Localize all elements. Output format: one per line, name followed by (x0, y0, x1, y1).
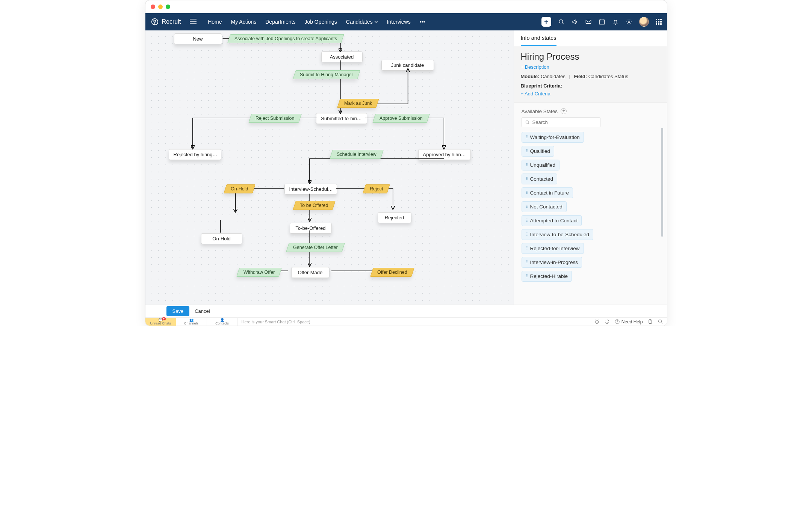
state-chip[interactable]: ⠿Waiting-for-Evaluation (522, 132, 584, 143)
nav-interviews[interactable]: Interviews (387, 19, 411, 25)
side-tabs: Info and states (514, 30, 667, 46)
transition-withdraw[interactable]: Withdraw Offer (236, 268, 282, 277)
nav-candidates[interactable]: Candidates (346, 19, 378, 25)
available-states-label: Available States (522, 109, 558, 114)
svg-rect-4 (599, 20, 605, 24)
state-chip[interactable]: ⠿Contact in Future (522, 187, 573, 198)
grip-icon: ⠿ (526, 246, 528, 251)
smart-chat-hint[interactable]: Here is your Smart Chat (Ctrl+Space) (238, 320, 594, 324)
alarm-icon[interactable] (594, 319, 600, 324)
side-panel: Info and states Hiring Process + Descrip… (514, 30, 667, 305)
svg-rect-3 (586, 20, 591, 24)
top-nav: Recruit Home My Actions Departments Job … (145, 13, 667, 30)
app-grid-icon[interactable] (656, 19, 662, 25)
transition-mark-junk[interactable]: Mark as Junk (337, 99, 379, 108)
window-titlebar (145, 0, 667, 13)
nav-job-openings[interactable]: Job Openings (304, 19, 337, 25)
brand-name: Recruit (162, 18, 181, 25)
help-icon (614, 319, 620, 324)
bb-unread-chats[interactable]: 💬 ● Unread Chats (145, 318, 176, 326)
grip-icon: ⠿ (526, 149, 528, 154)
grip-icon: ⠿ (526, 218, 528, 223)
add-state-button[interactable]: + (561, 108, 567, 114)
clipboard-icon[interactable] (647, 319, 653, 324)
transition-reject-sub[interactable]: Reject Submission (248, 114, 301, 123)
grip-icon: ⠿ (526, 163, 528, 167)
calendar-icon[interactable] (599, 18, 605, 25)
add-button[interactable]: + (541, 17, 551, 27)
field-label: Field: (574, 74, 587, 79)
cancel-button[interactable]: Cancel (195, 308, 210, 314)
hamburger-menu-icon[interactable] (190, 19, 197, 25)
window-close-dot[interactable] (151, 5, 155, 9)
bottom-bar: 💬 ● Unread Chats 👥 Channels 👤 Contacts H… (145, 317, 667, 326)
transition-declined[interactable]: Offer Declined (370, 268, 414, 277)
nav-home[interactable]: Home (208, 19, 222, 25)
transition-onhold[interactable]: On-Hold (224, 184, 255, 193)
search-icon[interactable] (558, 18, 565, 25)
add-description-link[interactable]: + Description (521, 64, 660, 70)
transition-gen-offer[interactable]: Generate Offer Letter (286, 243, 345, 252)
save-button[interactable]: Save (166, 306, 190, 316)
svg-point-5 (628, 21, 630, 23)
module-value: Candidates (541, 74, 566, 79)
bb-contacts[interactable]: 👤 Contacts (207, 318, 238, 326)
nav-icons: + (541, 17, 662, 27)
grip-icon: ⠿ (526, 135, 528, 140)
grip-icon: ⠿ (526, 274, 528, 279)
svg-point-6 (526, 121, 528, 123)
bell-icon[interactable] (612, 18, 619, 25)
grip-icon: ⠿ (526, 177, 528, 181)
gear-icon[interactable] (626, 18, 632, 25)
announce-icon[interactable] (572, 18, 578, 25)
scrollbar[interactable] (661, 128, 663, 237)
transition-reject[interactable]: Reject (363, 184, 390, 193)
add-criteria-link[interactable]: + Add Criteria (521, 91, 660, 97)
grip-icon: ⠿ (526, 260, 528, 265)
mail-icon[interactable] (585, 18, 592, 25)
brand-logo-icon (151, 18, 159, 26)
nav-departments[interactable]: Departments (265, 19, 295, 25)
state-chip[interactable]: ⠿Interview-to-be-Scheduled (522, 229, 594, 240)
search-icon (525, 120, 530, 125)
field-value: Candidates Status (588, 74, 628, 79)
window-minimize-dot[interactable] (158, 5, 163, 9)
search-icon[interactable] (658, 319, 663, 324)
transition-associate[interactable]: Associate with Job Openings to create Ap… (227, 34, 344, 43)
state-chip[interactable]: ⠿Attempted to Contact (522, 215, 582, 226)
need-help-button[interactable]: Need Help (614, 319, 643, 324)
nav-candidates-label: Candidates (346, 19, 373, 25)
state-chip[interactable]: ⠿Rejected-Hirable (522, 271, 572, 282)
state-chip[interactable]: ⠿Not Contacted (522, 201, 567, 212)
transition-schedule-int[interactable]: Schedule Interview (330, 150, 383, 159)
state-chip[interactable]: ⠿Unqualified (522, 160, 560, 171)
state-chip[interactable]: ⠿Qualified (522, 146, 554, 157)
available-states-list: ⠿Waiting-for-Evaluation ⠿Qualified ⠿Unqu… (522, 132, 662, 285)
chevron-down-icon (374, 20, 378, 24)
nav-more[interactable]: ••• (420, 19, 425, 25)
tab-info-states[interactable]: Info and states (521, 35, 556, 46)
grip-icon: ⠿ (526, 190, 528, 195)
state-search[interactable] (522, 117, 600, 127)
state-search-input[interactable] (532, 119, 597, 125)
window-zoom-dot[interactable] (166, 5, 170, 9)
module-label: Module: (521, 74, 540, 79)
transition-to-be-offered[interactable]: To be Offered (293, 201, 335, 210)
state-chip[interactable]: ⠿Interview-in-Progress (522, 257, 582, 268)
state-chip[interactable]: ⠿Rejected-for-Interview (522, 243, 584, 254)
blueprint-canvas[interactable]: New Associated Junk candidate Submitted-… (145, 30, 514, 305)
side-header: Hiring Process + Description Module: Can… (514, 46, 667, 103)
state-chip[interactable]: ⠿Contacted (522, 174, 558, 184)
transition-submit-hm[interactable]: Submit to Hiring Manager (293, 70, 360, 79)
user-avatar[interactable] (639, 17, 649, 27)
transition-approve-sub[interactable]: Approve Submission (372, 114, 429, 123)
grip-icon: ⠿ (526, 204, 528, 209)
footer: Save Cancel (145, 305, 667, 317)
history-icon[interactable] (604, 319, 610, 324)
brand[interactable]: Recruit (151, 18, 181, 26)
blueprint-title: Hiring Process (521, 51, 660, 62)
nav-links: Home My Actions Departments Job Openings… (208, 19, 425, 25)
svg-point-1 (154, 20, 156, 22)
nav-my-actions[interactable]: My Actions (231, 19, 257, 25)
bb-channels[interactable]: 👥 Channels (176, 318, 207, 326)
